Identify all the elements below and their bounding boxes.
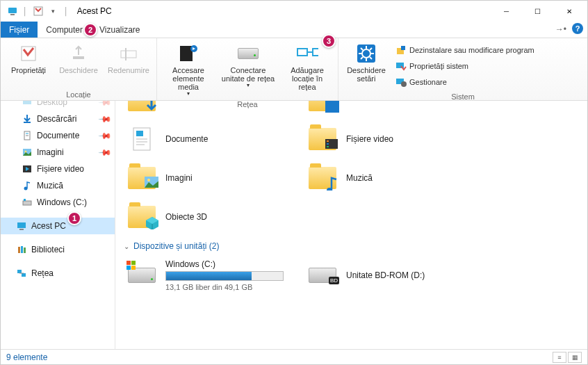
ribbon-group-network: Accesare elemente media ▾ Conectare unit…	[157, 38, 338, 100]
svg-point-26	[401, 81, 407, 87]
title-bar: │ ▾ │ Acest PC ─ ☐ ✕	[1, 1, 587, 22]
chevron-down-icon: ⌄	[124, 243, 129, 250]
main-pane[interactable]: Documente Fișiere video Imagini Muzică O…	[115, 101, 587, 349]
view-details-button[interactable]: ≡	[553, 352, 566, 363]
tab-view[interactable]: Vizualizare	[91, 22, 148, 38]
pictures-icon	[22, 147, 33, 158]
svg-point-56	[147, 179, 150, 181]
sidebar-item-pictures[interactable]: Imagini📌	[1, 144, 115, 161]
desktop-icon	[22, 101, 33, 108]
svg-rect-54	[327, 146, 329, 147]
tab-file[interactable]: Fișier	[1, 22, 38, 38]
svg-rect-23	[401, 46, 405, 50]
svg-rect-38	[17, 222, 26, 228]
svg-rect-5	[121, 51, 136, 58]
minimize-ribbon-icon[interactable]: →•	[555, 24, 566, 34]
folder-pictures[interactable]: Imagini	[124, 161, 297, 195]
svg-rect-37	[24, 199, 26, 201]
svg-rect-43	[17, 270, 22, 273]
svg-rect-1	[10, 14, 15, 15]
system-properties-button[interactable]: Proprietăți sistem	[395, 58, 534, 74]
navigation-sidebar[interactable]: Desktop📌 Descărcări📌 Documente📌 Imagini📌…	[1, 101, 115, 349]
close-button[interactable]: ✕	[553, 1, 585, 21]
content-area: Desktop📌 Descărcări📌 Documente📌 Imagini📌…	[1, 101, 587, 349]
documents-icon	[22, 130, 33, 141]
svg-rect-0	[8, 8, 17, 13]
manage-button[interactable]: Gestionare	[395, 74, 534, 90]
annotation-badge-3: 3	[322, 34, 336, 48]
svg-rect-41	[21, 246, 23, 253]
folder-videos[interactable]: Fișiere video	[304, 122, 478, 156]
svg-rect-52	[327, 140, 329, 142]
svg-rect-60	[126, 266, 131, 270]
svg-rect-6	[125, 48, 126, 60]
window-controls: ─ ☐ ✕	[491, 1, 585, 21]
svg-rect-47	[136, 131, 143, 136]
minimize-button[interactable]: ─	[491, 1, 522, 21]
folder-music[interactable]: Muzică	[304, 161, 478, 195]
folder-documents[interactable]: Documente	[124, 122, 297, 156]
sidebar-item-downloads[interactable]: Descărcări📌	[1, 111, 115, 127]
downloads-icon	[22, 113, 33, 124]
connect-drive-button[interactable]: Conectare unitate de rețea ▾	[218, 41, 278, 90]
folder-3d-objects[interactable]: Obiecte 3D	[124, 200, 297, 234]
manage-icon	[395, 76, 407, 88]
help-icon[interactable]: ?	[572, 23, 583, 34]
add-network-location-button[interactable]: Adăugare locație în rețea	[281, 41, 334, 92]
open-settings-button[interactable]: Deschidere setări	[343, 41, 390, 84]
properties-qat-icon[interactable]	[32, 5, 44, 17]
svg-rect-58	[126, 261, 131, 265]
this-pc-icon	[6, 5, 19, 17]
sidebar-item-libraries[interactable]: Biblioteci	[1, 241, 115, 258]
devices-group-header[interactable]: ⌄ Dispozitive și unități (2)	[124, 241, 579, 251]
dropdown-qat-icon[interactable]: ▾	[47, 5, 60, 17]
status-bar: 9 elemente ≡ ▦	[1, 349, 587, 364]
quick-access-toolbar: │ ▾ │	[3, 5, 70, 17]
sidebar-item-music[interactable]: Muzică	[1, 177, 115, 194]
ribbon-group-location: Proprietăți Deschidere Redenumire Locați…	[1, 38, 157, 100]
drive-icon	[22, 197, 33, 208]
sidebar-item-videos[interactable]: Fișiere video	[1, 161, 115, 177]
svg-rect-59	[131, 261, 136, 265]
properties-button[interactable]: Proprietăți	[5, 41, 52, 76]
this-pc-icon	[16, 220, 27, 232]
videos-icon	[22, 163, 33, 175]
ribbon-group-system: Deschidere setări Dezinstalare sau modif…	[338, 38, 587, 100]
sep-icon: │	[64, 7, 69, 15]
rename-button: Redenumire	[105, 41, 152, 76]
svg-rect-27	[23, 101, 31, 104]
svg-rect-53	[327, 143, 329, 145]
drive-d[interactable]: BD Unitate BD-ROM (D:)	[304, 257, 478, 294]
ribbon: Proprietăți Deschidere Redenumire Locați…	[1, 38, 587, 101]
system-properties-icon	[395, 60, 407, 72]
access-media-button[interactable]: Accesare elemente media ▾	[161, 41, 215, 99]
network-icon	[16, 268, 27, 279]
maximize-button[interactable]: ☐	[522, 1, 553, 21]
open-button: Deschidere	[55, 41, 102, 76]
sidebar-item-network[interactable]: Rețea	[1, 265, 115, 282]
sidebar-item-c-drive[interactable]: Windows (C:)	[1, 194, 115, 211]
annotation-badge-2: 2	[83, 23, 97, 37]
svg-rect-39	[19, 229, 24, 230]
svg-rect-10	[313, 49, 318, 56]
svg-rect-36	[23, 201, 31, 205]
sidebar-item-desktop[interactable]: Desktop📌	[1, 101, 115, 111]
folder-desktop[interactable]	[304, 101, 478, 117]
sidebar-item-documents[interactable]: Documente📌	[1, 127, 115, 144]
svg-rect-9	[297, 49, 307, 56]
sep-icon: │	[23, 7, 28, 15]
status-text: 9 elemente	[6, 352, 47, 362]
drive-c[interactable]: Windows (C:) 13,1 GB liber din 49,1 GB	[124, 257, 297, 294]
svg-rect-44	[22, 273, 26, 277]
svg-rect-40	[18, 247, 20, 253]
folder-downloads[interactable]	[124, 101, 297, 117]
libraries-icon	[16, 244, 27, 255]
annotation-badge-1: 1	[67, 211, 81, 225]
sidebar-item-this-pc[interactable]: Acest PC	[1, 218, 115, 234]
svg-rect-4	[73, 56, 84, 59]
music-icon	[22, 180, 33, 191]
svg-rect-42	[24, 248, 26, 253]
uninstall-button[interactable]: Dezinstalare sau modificare program	[395, 42, 534, 58]
view-icons-button[interactable]: ▦	[568, 352, 582, 363]
svg-rect-61	[131, 266, 136, 270]
